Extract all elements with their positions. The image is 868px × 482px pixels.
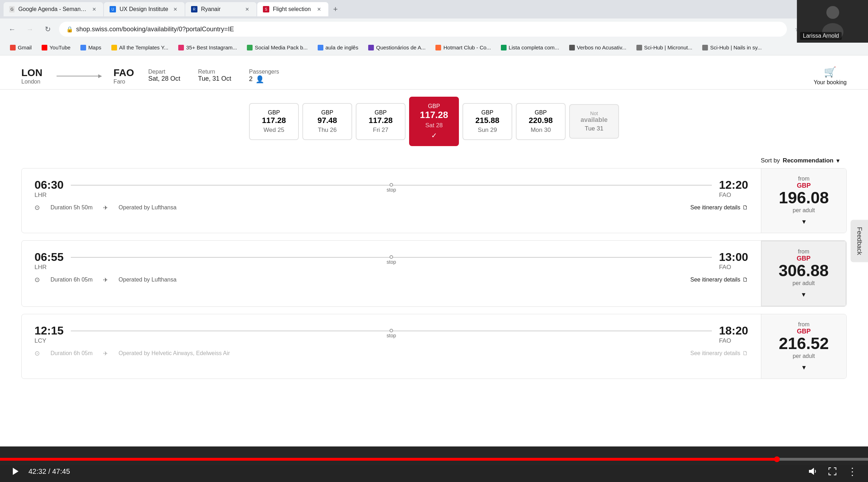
tab-close-ux[interactable]: ✕ <box>172 6 179 13</box>
bookmark-ingles[interactable]: aula de inglês <box>313 43 363 52</box>
progress-dot <box>774 456 780 462</box>
currency-wed25: GBP <box>268 109 280 116</box>
bookmark-gmail[interactable]: Gmail <box>6 43 36 52</box>
tab-bar: G Google Agenda - Semana de t... ✕ U UX … <box>0 0 868 18</box>
tab-label-swiss: Flight selection <box>273 6 311 12</box>
passenger-icon: 👤 <box>255 75 264 84</box>
plane-icon-2: ✈ <box>103 277 108 283</box>
expand-price-3[interactable]: ▾ <box>802 363 806 371</box>
tab-close-swiss[interactable]: ✕ <box>316 6 323 13</box>
price-per-adult-2: per adult <box>793 280 815 286</box>
plane-icon-3: ✈ <box>103 350 108 357</box>
bookmark-social-media[interactable]: Social Media Pack b... <box>243 43 312 52</box>
arrive-info-1: 12:20 FAO <box>719 178 748 199</box>
back-button[interactable]: ← <box>6 23 18 36</box>
date-card-sun29[interactable]: GBP 215.88 Sun 29 <box>462 103 512 140</box>
time-separator: / <box>48 467 52 475</box>
tab-google-agenda[interactable]: G Google Agenda - Semana de t... ✕ <box>4 2 103 16</box>
flight-main-2: 06:55 LHR stop 13:00 FAO <box>22 241 761 306</box>
forward-button[interactable]: → <box>23 23 36 36</box>
bookmark-scihub2[interactable]: Sci-Hub | Nails in sy... <box>698 43 766 52</box>
price-per-adult-1: per adult <box>793 207 815 214</box>
webcam-overlay: Larissa Arnold <box>797 0 868 43</box>
expand-price-1[interactable]: ▾ <box>802 217 806 226</box>
price-amount-1: 196.08 <box>779 189 829 206</box>
fullscreen-button[interactable] <box>825 464 840 478</box>
stop-dot-1 <box>390 183 393 187</box>
tab-close-ryanair[interactable]: ✕ <box>244 6 251 13</box>
date-card-fri27[interactable]: GBP 117.28 Fri 27 <box>356 103 406 140</box>
swiss-page: LON London FAO Faro Depart Sat, 28 Oct R… <box>0 55 868 429</box>
bookmark-lista[interactable]: Lista completa com... <box>497 43 563 52</box>
arrive-airport-2: FAO <box>719 264 748 271</box>
reload-button[interactable]: ↻ <box>41 23 54 36</box>
expand-price-2[interactable]: ▾ <box>802 290 805 299</box>
flight-main-3: 12:15 LCY stop 18:20 FAO <box>22 314 761 379</box>
destination-name: Faro <box>113 79 134 85</box>
date-card-sat28[interactable]: GBP 117.28 Sat 28 ✓ <box>409 97 459 146</box>
bookmark-verbos[interactable]: Verbos no Acusativ... <box>565 43 631 52</box>
stop-label-3: stop <box>387 333 396 338</box>
sort-bar: Sort by Recommendation ▾ <box>0 153 868 168</box>
your-booking-container[interactable]: 🛒 Your booking <box>814 66 847 86</box>
currency-sat28: GBP <box>428 103 440 109</box>
passengers-display: 2 👤 <box>249 75 279 84</box>
origin-info: LON London <box>21 67 42 85</box>
itinerary-icon-1: 🗋 <box>742 204 748 211</box>
chevron-down-icon[interactable]: ▾ <box>836 157 840 165</box>
bookmark-instagram[interactable]: 35+ Best Instagram... <box>174 43 241 52</box>
tab-ux-design[interactable]: U UX Design Institute ✕ <box>104 2 185 16</box>
bookmark-hotmart-label: Hotmart Club - Co... <box>443 44 491 50</box>
bookmark-hotmart[interactable]: Hotmart Club - Co... <box>431 43 495 52</box>
arrive-airport-1: FAO <box>719 192 748 199</box>
date-card-thu26[interactable]: GBP 97.48 Thu 26 <box>302 103 352 140</box>
feedback-tab[interactable]: Feedback <box>851 220 868 262</box>
progress-bar-container[interactable] <box>0 458 868 461</box>
address-bar-row: ← → ↻ 🔒 shop.swiss.com/booking/availabil… <box>0 18 868 40</box>
route-arrow <box>49 76 106 76</box>
flight-header: LON London FAO Faro Depart Sat, 28 Oct R… <box>0 63 868 90</box>
day-mon30: Mon 30 <box>531 127 551 134</box>
depart-time-1: 06:30 <box>35 178 64 192</box>
bookmark-questionarios[interactable]: Questionários de A... <box>364 43 430 52</box>
depart-airport-2: LHR <box>35 264 64 271</box>
more-options-button[interactable]: ⋮ <box>845 464 859 478</box>
origin-name: London <box>21 79 42 85</box>
date-card-tue31[interactable]: Not available Tue 31 <box>569 104 619 139</box>
sort-value[interactable]: Recommendation <box>783 157 833 164</box>
bookmark-scihub1[interactable]: Sci-Hub | Micronut... <box>632 43 697 52</box>
date-card-mon30[interactable]: GBP 220.98 Mon 30 <box>516 103 566 140</box>
currency-fri27: GBP <box>375 109 387 116</box>
bookmark-templates[interactable]: All the Templates Y... <box>107 43 173 52</box>
depart-airport-3: LCY <box>35 337 64 344</box>
play-pause-button[interactable] <box>9 464 23 478</box>
bookmark-youtube[interactable]: YouTube <box>37 43 75 52</box>
itinerary-link-3[interactable]: See itinerary details 🗋 <box>690 350 748 357</box>
volume-button[interactable] <box>805 464 820 478</box>
bookmark-instagram-label: 35+ Best Instagram... <box>186 44 237 50</box>
stop-label-2: stop <box>387 259 396 265</box>
bookmark-maps-label: Maps <box>88 44 101 50</box>
route-line-3: stop <box>71 331 712 338</box>
new-tab-button[interactable]: + <box>329 3 342 16</box>
controls-row: 42:32 / 47:45 ⋮ <box>0 461 868 482</box>
bookmarks-bar: Gmail YouTube Maps All the Templates Y..… <box>0 40 868 55</box>
date-card-wed25[interactable]: GBP 117.28 Wed 25 <box>249 103 299 140</box>
stop-label-1: stop <box>387 187 396 193</box>
price-thu26: 97.48 <box>317 116 337 125</box>
route-line-2: stop <box>71 257 712 265</box>
day-sat28: Sat 28 <box>425 122 443 129</box>
current-time: 42:32 <box>28 467 46 475</box>
flight-price-2: from GBP 306.88 per adult ▾ <box>761 241 846 306</box>
itinerary-link-1[interactable]: See itinerary details 🗋 <box>690 204 748 211</box>
your-booking-button[interactable]: 🛒 Your booking <box>814 66 847 86</box>
bookmark-maps[interactable]: Maps <box>76 43 106 52</box>
tab-flight-selection[interactable]: S Flight selection ✕ <box>257 2 328 16</box>
itinerary-link-2[interactable]: See itinerary details 🗋 <box>690 277 748 283</box>
price-from-label-1: from <box>798 176 810 182</box>
flight-main-1: 06:30 LHR stop 12:20 FAO <box>22 168 761 233</box>
tab-ryanair[interactable]: R Ryanair ✕ <box>185 2 256 16</box>
svg-marker-0 <box>13 468 18 475</box>
tab-close-google[interactable]: ✕ <box>91 6 97 13</box>
address-input[interactable]: 🔒 shop.swiss.com/booking/availability/0?… <box>59 22 787 37</box>
